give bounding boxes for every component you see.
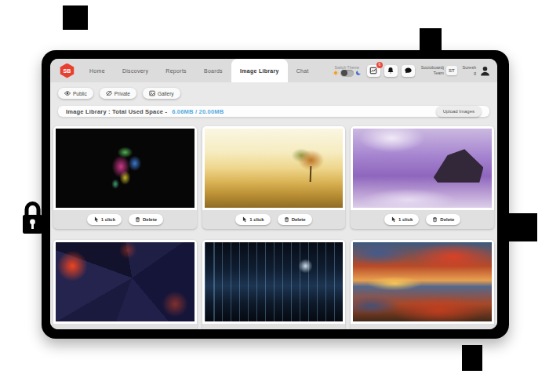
image-card-abstract: [53, 240, 197, 329]
user-name: Suresh g: [463, 65, 476, 77]
image-grid: 1 click Delete: [50, 122, 497, 329]
image-icon: [149, 90, 155, 96]
app-content: SB Home Discovery Reports Boards Image L…: [50, 59, 497, 329]
filter-public-button[interactable]: Public: [58, 88, 93, 99]
image-card-tree: 1 click Delete: [202, 126, 346, 229]
tab-discovery[interactable]: Discovery: [114, 59, 157, 82]
library-image-sunset-clouds[interactable]: [353, 242, 492, 321]
trash-icon: [432, 216, 438, 223]
sun-icon: [333, 70, 339, 76]
brand-logo[interactable]: SB: [60, 64, 75, 78]
tab-image-library[interactable]: Image Library: [231, 59, 288, 82]
decor-black-square: [63, 5, 88, 30]
delete-button[interactable]: Delete: [278, 214, 312, 225]
tab-home[interactable]: Home: [81, 59, 114, 82]
filter-private-button[interactable]: Private: [100, 88, 136, 99]
decor-black-square: [508, 213, 537, 241]
one-click-button[interactable]: 1 click: [384, 214, 419, 225]
library-image-night-city[interactable]: [205, 242, 344, 321]
image-card-skull: 1 click Delete: [53, 126, 197, 229]
user-menu[interactable]: Suresh g: [463, 64, 491, 77]
trash-icon: [135, 216, 140, 223]
visibility-filters: Public Private: [50, 82, 497, 103]
one-click-button[interactable]: 1 click: [87, 214, 122, 225]
theme-toggle-switch[interactable]: [340, 70, 354, 77]
chat-messages-button[interactable]: [402, 65, 415, 77]
app-window-frame: SB Home Discovery Reports Boards Image L…: [42, 50, 509, 339]
activity-chart-button[interactable]: 6: [367, 65, 380, 77]
page-canvas: { "brand": { "logo_text": "SB", "logo_co…: [0, 0, 549, 392]
eye-off-icon: [106, 90, 112, 96]
padlock-icon: [22, 199, 43, 235]
one-click-button[interactable]: 1 click: [235, 214, 270, 225]
navbar-right-cluster: Switch Theme: [333, 64, 491, 77]
moon-icon: [355, 70, 362, 76]
main-content: Public Private: [50, 82, 497, 329]
delete-button[interactable]: Delete: [426, 214, 460, 225]
notifications-bell-button[interactable]: [384, 65, 398, 77]
decor-black-square: [462, 345, 482, 371]
image-card-city: [202, 240, 346, 329]
click-pointer-icon: [93, 216, 99, 223]
nav-tabs: Home Discovery Reports Boards Image Libr…: [81, 59, 318, 82]
top-navbar: SB Home Discovery Reports Boards Image L…: [50, 59, 497, 82]
notification-count-badge: 6: [376, 62, 383, 68]
library-image-purple-sea[interactable]: [353, 129, 492, 208]
trash-icon: [284, 216, 289, 223]
team-selector[interactable]: Socioboardj Team ST: [421, 65, 457, 77]
decor-black-square: [420, 28, 442, 51]
storage-usage-value: 6.06MB / 20.00MB: [172, 108, 224, 115]
library-image-skull-art[interactable]: [56, 129, 195, 208]
tab-reports[interactable]: Reports: [157, 59, 195, 82]
tab-chat[interactable]: Chat: [288, 59, 318, 82]
library-image-golden-tree[interactable]: [205, 129, 344, 208]
storage-label: Image Library : Total Used Space -: [66, 108, 167, 115]
team-initials-badge: ST: [446, 66, 457, 75]
theme-switcher: Switch Theme: [333, 65, 362, 77]
upload-images-button[interactable]: Upload Images: [436, 106, 482, 117]
click-pointer-icon: [242, 216, 247, 223]
image-card-sea: 1 click Delete: [351, 126, 494, 229]
filter-gallery-button[interactable]: Gallery: [143, 88, 180, 99]
eye-icon: [64, 90, 71, 96]
team-name: Socioboardj Team: [421, 65, 444, 77]
image-card-sunset: [351, 240, 494, 329]
click-pointer-icon: [391, 216, 396, 223]
user-avatar-icon: [478, 64, 491, 77]
storage-usage-panel: Image Library : Total Used Space - 6.06M…: [58, 106, 489, 117]
library-image-red-abstract[interactable]: [56, 242, 195, 321]
tab-boards[interactable]: Boards: [195, 59, 231, 82]
delete-button[interactable]: Delete: [129, 214, 163, 225]
toggle-knob: [341, 70, 347, 76]
